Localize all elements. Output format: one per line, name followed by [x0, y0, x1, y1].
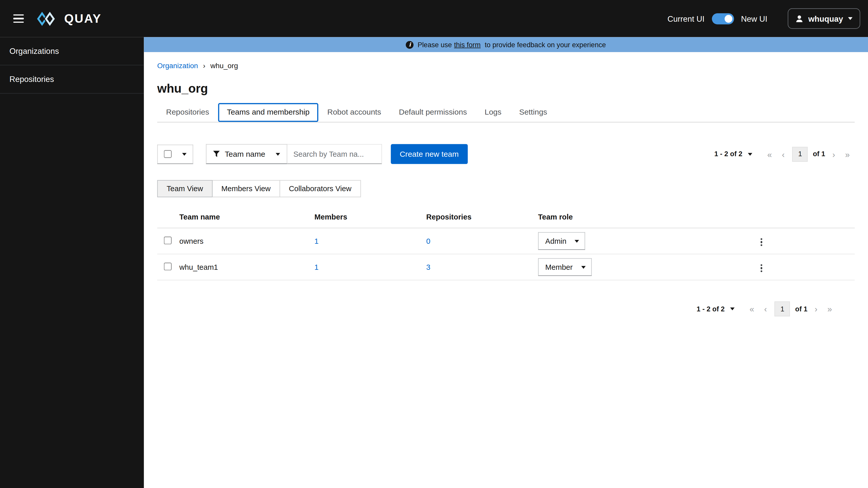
- username-label: whuquay: [808, 14, 843, 23]
- sidebar: Organizations Repositories: [0, 37, 144, 488]
- bottom-pagination-row: 1 - 2 of 2 « ‹ 1 of 1 › »: [157, 302, 855, 316]
- row-checkbox[interactable]: [164, 262, 172, 270]
- page-number-input[interactable]: 1: [775, 302, 790, 316]
- last-page-button[interactable]: »: [823, 305, 837, 313]
- masthead-controls: Current UI New UI whuquay: [667, 8, 860, 29]
- banner-text: Please usethis form to provide feedback …: [418, 41, 606, 49]
- header-repositories: Repositories: [426, 213, 538, 221]
- chevron-down-icon: [276, 153, 280, 155]
- team-view-button[interactable]: Team View: [157, 180, 213, 197]
- team-actions-kebab-button[interactable]: [756, 261, 767, 275]
- chevron-down-icon: [581, 266, 585, 268]
- quay-app: QUAY Current UI New UI whuquay Organizat…: [0, 0, 868, 488]
- tab-repositories[interactable]: Repositories: [157, 103, 218, 122]
- prev-page-button[interactable]: ‹: [759, 305, 772, 313]
- total-pages-label: of 1: [795, 305, 807, 313]
- user-icon: [796, 15, 803, 23]
- chevron-down-icon: [730, 308, 735, 310]
- collaborators-view-button[interactable]: Collaborators View: [279, 180, 361, 197]
- header-members: Members: [314, 213, 426, 221]
- filter-icon: [213, 151, 220, 157]
- main-content: i Please usethis form to provide feedbac…: [144, 37, 868, 488]
- banner-prefix: Please use: [418, 41, 452, 49]
- tab-robot-accounts[interactable]: Robot accounts: [318, 103, 390, 122]
- filter-type-label: Team name: [225, 149, 265, 159]
- new-ui-label: New UI: [741, 14, 767, 23]
- quay-logo-icon: [36, 10, 59, 27]
- chevron-down-icon: [575, 240, 579, 242]
- teams-table: Team name Members Repositories Team role…: [157, 206, 855, 281]
- page-title: whu_org: [157, 81, 855, 96]
- table-header-row: Team name Members Repositories Team role: [157, 206, 855, 228]
- last-page-button[interactable]: »: [840, 150, 855, 158]
- view-toggle-group: Team View Members View Collaborators Vie…: [157, 180, 855, 197]
- team-actions-kebab-button[interactable]: [756, 235, 767, 249]
- breadcrumb: Organization › whu_org: [157, 61, 855, 70]
- tab-logs[interactable]: Logs: [476, 103, 510, 122]
- first-page-button[interactable]: «: [762, 150, 777, 158]
- feedback-form-link[interactable]: this form: [454, 41, 480, 49]
- create-new-team-button[interactable]: Create new team: [391, 144, 468, 164]
- header-team-name: Team name: [179, 213, 314, 221]
- chevron-down-icon: [748, 153, 752, 155]
- row-checkbox[interactable]: [164, 236, 172, 244]
- organization-page: Organization › whu_org whu_org Repositor…: [144, 52, 868, 316]
- table-row: whu_team1 1 3 Member: [157, 254, 855, 280]
- first-page-button[interactable]: «: [745, 305, 759, 313]
- user-menu-button[interactable]: whuquay: [788, 8, 860, 29]
- switch-knob: [724, 15, 732, 23]
- info-icon: i: [406, 41, 413, 49]
- page-number-input[interactable]: 1: [792, 146, 808, 162]
- brand-name: QUAY: [64, 11, 102, 26]
- select-all-checkbox[interactable]: [164, 150, 172, 158]
- chevron-down-icon: [848, 17, 852, 20]
- current-ui-label: Current UI: [667, 14, 704, 23]
- repositories-count-link[interactable]: 3: [426, 263, 430, 271]
- sidebar-item-repositories[interactable]: Repositories: [0, 65, 144, 94]
- total-pages-label: of 1: [813, 150, 825, 158]
- hamburger-icon: [13, 14, 24, 23]
- bottom-pagination: 1 - 2 of 2 « ‹ 1 of 1 › »: [696, 302, 837, 316]
- quay-logo[interactable]: QUAY: [36, 10, 101, 27]
- info-banner: i Please usethis form to provide feedbac…: [144, 37, 868, 52]
- top-pagination: 1 - 2 of 2 « ‹ 1 of 1 › »: [714, 146, 855, 162]
- pagination-range-label[interactable]: 1 - 2 of 2: [714, 150, 742, 158]
- banner-suffix: to provide feedback on your experience: [483, 41, 606, 49]
- tabs-bar: Repositories Teams and membership Robot …: [157, 103, 855, 122]
- teams-toolbar: Team name Create new team 1 - 2 of 2 « ‹…: [157, 144, 855, 164]
- masthead: QUAY Current UI New UI whuquay: [0, 0, 868, 37]
- breadcrumb-organization-link[interactable]: Organization: [157, 61, 198, 70]
- team-search-input[interactable]: [287, 144, 382, 164]
- prev-page-button[interactable]: ‹: [777, 150, 790, 158]
- team-role-select[interactable]: Member: [538, 258, 592, 276]
- next-page-button[interactable]: ›: [828, 150, 840, 158]
- team-name-cell: owners: [179, 237, 314, 245]
- tab-default-permissions[interactable]: Default permissions: [390, 103, 475, 122]
- members-count-link[interactable]: 1: [314, 263, 318, 271]
- team-name-cell: whu_team1: [179, 263, 314, 271]
- bulk-select-dropdown[interactable]: [157, 144, 193, 164]
- tab-teams-and-membership[interactable]: Teams and membership: [218, 103, 318, 122]
- repositories-count-link[interactable]: 0: [426, 237, 430, 245]
- nav-toggle-button[interactable]: [9, 8, 28, 30]
- pagination-range-label[interactable]: 1 - 2 of 2: [696, 305, 725, 313]
- filter-type-dropdown[interactable]: Team name: [206, 144, 287, 164]
- members-view-button[interactable]: Members View: [212, 180, 280, 197]
- header-team-role: Team role: [538, 213, 756, 221]
- next-page-button[interactable]: ›: [810, 305, 823, 313]
- chevron-down-icon: [182, 153, 186, 155]
- tab-settings[interactable]: Settings: [510, 103, 556, 122]
- team-role-select[interactable]: Admin: [538, 232, 585, 250]
- ui-toggle-switch[interactable]: [712, 13, 734, 24]
- breadcrumb-current: whu_org: [210, 61, 238, 70]
- team-role-value: Member: [545, 263, 572, 271]
- members-count-link[interactable]: 1: [314, 237, 318, 245]
- chevron-right-icon: ›: [203, 61, 205, 70]
- table-row: owners 1 0 Admin: [157, 228, 855, 254]
- team-role-value: Admin: [545, 237, 566, 245]
- sidebar-item-organizations[interactable]: Organizations: [0, 37, 144, 65]
